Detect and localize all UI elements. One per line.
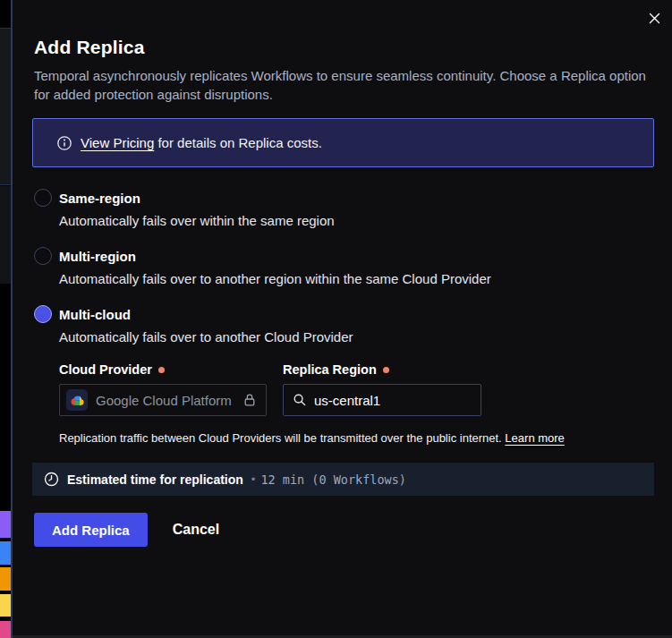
modal-actions: Add Replica Cancel (34, 513, 647, 547)
replica-region-value: us-central1 (314, 393, 380, 408)
background-panel (0, 28, 11, 185)
option-label[interactable]: Same-region (59, 191, 140, 206)
cloud-provider-value: Google Cloud Platform (96, 393, 234, 408)
radio-multi-cloud[interactable] (34, 305, 52, 323)
option-description: Automatically fails over within the same… (59, 212, 647, 230)
add-replica-button[interactable]: Add Replica (34, 513, 148, 547)
replica-region-label: Replica Region (283, 362, 389, 377)
color-block-orange (0, 567, 11, 591)
background-page-strip (0, 0, 11, 638)
close-icon (648, 12, 661, 25)
replica-region-input[interactable]: us-central1 (283, 384, 481, 416)
option-label[interactable]: Multi-region (59, 249, 136, 264)
view-pricing-link[interactable]: View Pricing (81, 135, 154, 150)
clock-icon (44, 472, 59, 487)
estimate-bar: Estimated time for replication • 12 min … (32, 463, 654, 496)
learn-more-link[interactable]: Learn more (505, 431, 564, 445)
option-description: Automatically fails over to another regi… (59, 270, 647, 288)
lock-icon (242, 393, 257, 407)
page-title: Add Replica (34, 36, 647, 59)
option-same-region: Same-region Automatically fails over wit… (34, 189, 647, 230)
field-label-text: Cloud Provider (59, 362, 152, 377)
close-button[interactable] (646, 10, 662, 26)
option-label[interactable]: Multi-cloud (59, 307, 131, 322)
background-panel (0, 186, 11, 284)
cloud-provider-select: Google Cloud Platform (59, 384, 267, 416)
multi-cloud-form: Cloud Provider Replica Region (59, 362, 647, 445)
info-icon (56, 135, 72, 151)
estimate-value: 12 min (0 Workflows) (260, 472, 406, 487)
color-block-blue (0, 541, 11, 565)
gcp-icon (66, 389, 88, 411)
add-replica-modal: Add Replica Temporal asynchronously repl… (13, 0, 672, 638)
estimate-label: Estimated time for replication (67, 472, 243, 487)
radio-multi-region[interactable] (34, 247, 52, 265)
color-block-purple (0, 511, 11, 538)
option-same-region-row: Same-region (34, 189, 647, 207)
banner-text: View Pricing for details on Replica cost… (81, 135, 322, 150)
public-internet-note: Replication traffic between Cloud Provid… (59, 431, 647, 445)
option-multi-region-row: Multi-region (34, 247, 647, 265)
cloud-provider-label: Cloud Provider (59, 362, 283, 377)
required-dot (383, 367, 389, 373)
pricing-info-banner: View Pricing for details on Replica cost… (32, 118, 654, 167)
banner-rest-text: for details on Replica costs. (154, 135, 322, 150)
replica-options: Same-region Automatically fails over wit… (34, 189, 647, 445)
estimate-separator: • (251, 472, 256, 486)
radio-same-region[interactable] (34, 189, 52, 207)
option-multi-cloud-row: Multi-cloud (34, 305, 647, 323)
search-icon (293, 393, 307, 407)
option-multi-region: Multi-region Automatically fails over to… (34, 247, 647, 288)
required-dot (158, 367, 165, 373)
cancel-button[interactable]: Cancel (173, 522, 219, 538)
option-multi-cloud: Multi-cloud Automatically fails over to … (34, 305, 647, 445)
color-block-pink (0, 621, 11, 638)
option-description: Automatically fails over to another Clou… (59, 328, 647, 346)
color-block-yellow (0, 594, 11, 617)
modal-description: Temporal asynchronously replicates Workf… (34, 66, 647, 104)
field-label-text: Replica Region (283, 362, 377, 377)
note-text: Replication traffic between Cloud Provid… (59, 431, 502, 445)
